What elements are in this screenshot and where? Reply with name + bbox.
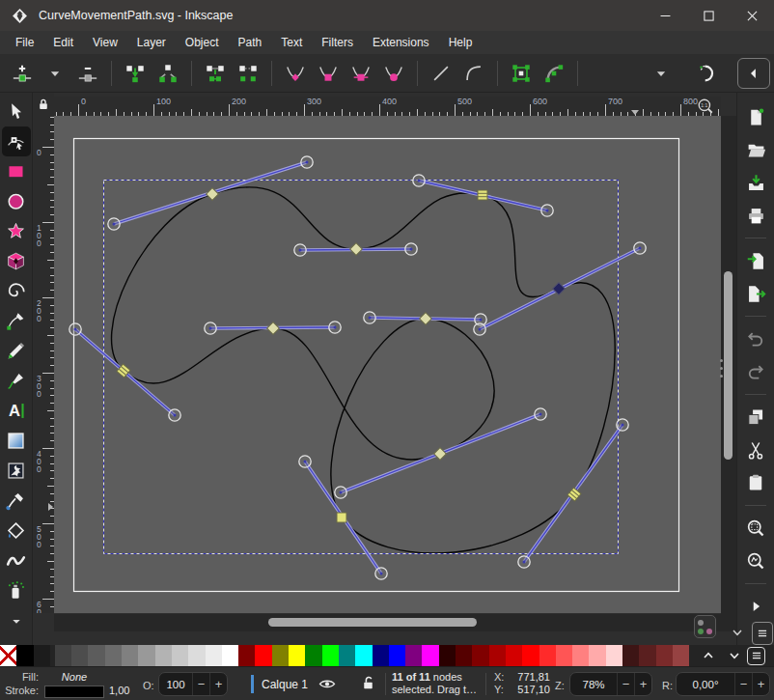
palette-swatch[interactable] [34, 645, 50, 666]
ellipse-tool[interactable] [2, 186, 31, 216]
minimize-button[interactable] [644, 0, 687, 31]
close-button[interactable] [731, 0, 774, 31]
duplicate-button[interactable] [741, 403, 770, 432]
pen-tool[interactable] [2, 306, 31, 336]
selector-tool[interactable] [2, 97, 31, 126]
zoom-increase-button[interactable]: + [634, 673, 651, 695]
gradient-tool[interactable] [2, 426, 31, 456]
redo-button[interactable] [741, 357, 770, 386]
pencil-tool[interactable] [2, 336, 31, 366]
palette-swatch[interactable] [556, 645, 572, 666]
commands-bar-collapse-chevron[interactable] [730, 625, 747, 642]
make-smooth-node-button[interactable] [312, 59, 345, 88]
make-line-segment-button[interactable] [425, 59, 457, 88]
menu-help[interactable]: Help [439, 33, 483, 52]
zoom-to-drawing-button[interactable] [741, 546, 770, 575]
palette-swatch[interactable] [188, 645, 205, 666]
menu-extensions[interactable]: Extensions [363, 33, 439, 52]
opacity-increase-button[interactable]: + [209, 673, 227, 695]
palette-scroll-down-button[interactable] [721, 646, 747, 665]
palette-swatch[interactable] [88, 645, 104, 666]
menu-filters[interactable]: Filters [312, 33, 363, 52]
opacity-decrease-button[interactable]: − [192, 673, 209, 695]
palette-swatch[interactable] [71, 645, 88, 666]
rotation-decrease-button[interactable]: − [734, 673, 752, 695]
palette-swatch[interactable] [389, 645, 405, 666]
maximize-button[interactable] [687, 0, 731, 31]
palette-swatch[interactable] [673, 645, 689, 666]
stroke-color-swatch[interactable] [44, 686, 104, 698]
insert-node-options-dropdown[interactable] [39, 59, 71, 88]
palette-swatch[interactable] [0, 645, 16, 666]
palette-swatch[interactable] [206, 645, 222, 666]
palette-swatch[interactable] [405, 645, 422, 666]
more-tools-dropdown[interactable] [2, 605, 31, 635]
ruler-lock-corner[interactable] [33, 93, 54, 116]
palette-swatch[interactable] [238, 645, 255, 666]
make-symmetric-node-button[interactable] [345, 59, 377, 88]
save-document-button[interactable] [741, 168, 770, 197]
palette-swatch[interactable] [589, 645, 605, 666]
opacity-spinner[interactable]: 100 − + [158, 672, 228, 696]
layer-visibility-toggle[interactable] [318, 675, 336, 692]
paste-button[interactable] [741, 468, 770, 497]
palette-swatch[interactable] [222, 645, 238, 666]
node-tool[interactable] [2, 126, 31, 156]
layer-lock-toggle[interactable] [360, 675, 376, 691]
show-dialogs-button[interactable] [741, 592, 770, 621]
make-corner-node-button[interactable] [279, 59, 312, 88]
make-auto-smooth-node-button[interactable] [377, 59, 410, 88]
palette-swatch[interactable] [305, 645, 321, 666]
star-tool[interactable] [2, 216, 31, 246]
palette-swatch[interactable] [439, 645, 456, 666]
palette-swatch[interactable] [373, 645, 389, 666]
canvas[interactable] [54, 116, 721, 613]
palette-swatch[interactable] [339, 645, 355, 666]
menu-path[interactable]: Path [229, 33, 272, 52]
cut-button[interactable] [741, 435, 770, 464]
palette-swatch[interactable] [606, 645, 622, 666]
spiral-tool[interactable] [2, 276, 31, 306]
paint-bucket-tool[interactable] [2, 516, 31, 546]
palette-swatch[interactable] [489, 645, 506, 666]
undo-button[interactable] [741, 324, 770, 353]
palette-swatch[interactable] [16, 645, 33, 666]
fill-value[interactable]: None [44, 671, 104, 683]
snapping-toggle[interactable] [691, 59, 724, 88]
mesh-gradient-tool[interactable] [2, 456, 31, 486]
open-document-button[interactable] [741, 135, 770, 164]
zoom-to-selection-button[interactable] [741, 514, 770, 543]
palette-menu-button[interactable] [747, 647, 765, 665]
menu-edit[interactable]: Edit [43, 33, 83, 52]
join-nodes-button[interactable] [119, 59, 152, 88]
text-tool[interactable]: A [2, 396, 31, 426]
palette-swatch[interactable] [472, 645, 488, 666]
make-curve-segment-button[interactable] [457, 59, 490, 88]
palette-swatch[interactable] [639, 645, 655, 666]
palette-swatch[interactable] [572, 645, 589, 666]
import-image-button[interactable] [741, 246, 770, 275]
color-management-toggle[interactable] [694, 615, 716, 638]
palette-swatch[interactable] [255, 645, 271, 666]
zoom-decrease-button[interactable]: − [617, 673, 634, 695]
rectangle-tool[interactable] [2, 156, 31, 186]
break-nodes-button[interactable] [152, 59, 184, 88]
palette-swatch[interactable] [355, 645, 372, 666]
palette-swatch[interactable] [172, 645, 188, 666]
vertical-ruler[interactable]: 0100200300400500600 [33, 116, 54, 613]
zoom-spinner[interactable]: 78% − + [569, 672, 652, 696]
tweak-tool[interactable] [2, 546, 31, 575]
stroke-width-value[interactable]: 1,00 [109, 685, 129, 696]
stroke-to-path-button[interactable] [538, 59, 570, 88]
dropper-tool[interactable] [2, 486, 31, 516]
palette-swatch[interactable] [522, 645, 539, 666]
dock-resize-grip[interactable] [717, 356, 725, 379]
menu-file[interactable]: File [6, 33, 43, 52]
object-to-path-button[interactable] [505, 59, 538, 88]
opacity-value[interactable]: 100 [159, 673, 192, 695]
nodes-menu-dropdown[interactable] [645, 59, 677, 88]
palette-swatch[interactable] [539, 645, 556, 666]
collapse-dialogs-button[interactable] [737, 58, 770, 89]
rotation-increase-button[interactable]: + [752, 673, 769, 695]
layer-name[interactable]: Calque 1 [262, 678, 308, 691]
